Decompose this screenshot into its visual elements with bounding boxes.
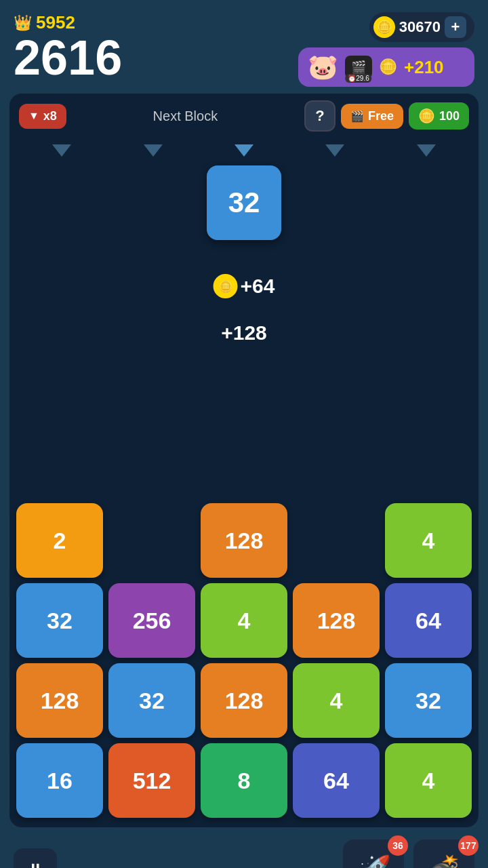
crown-icon: 👑 bbox=[14, 14, 32, 32]
next-block-reveal-button[interactable]: ? bbox=[304, 100, 336, 132]
cost-coin-icon: 🪙 bbox=[418, 108, 435, 124]
skip-button[interactable]: ▼ x8 bbox=[19, 104, 66, 129]
cost-label: 100 bbox=[439, 109, 460, 123]
coin-count: 30670 bbox=[399, 18, 441, 36]
falling-block-container: 32 🪙 +64 +128 bbox=[16, 165, 472, 423]
arrow-down-1 bbox=[144, 144, 163, 157]
block-r3-c3[interactable]: 4 bbox=[293, 663, 380, 738]
block-r4-c2[interactable]: 8 bbox=[201, 743, 287, 818]
main-score-value: 2616 bbox=[14, 33, 122, 82]
block-r3-c1[interactable]: 32 bbox=[108, 663, 195, 738]
coin-popup-value: +64 bbox=[241, 275, 275, 298]
free-video-button[interactable]: 🎬 Free bbox=[341, 104, 403, 129]
block-r1-c3[interactable] bbox=[293, 503, 380, 578]
block-r4-c0[interactable]: 16 bbox=[16, 743, 103, 818]
rocket-powerup-button[interactable]: 🚀 36 bbox=[343, 840, 404, 868]
block-r0-c3[interactable] bbox=[293, 423, 380, 498]
block-r4-c4[interactable]: 4 bbox=[385, 743, 472, 818]
coin-icon: 🪙 bbox=[373, 16, 395, 38]
bonus-bar: 🐷 🎬 ⏰29.6 🪙 +210 bbox=[298, 47, 474, 87]
rocket-badge: 36 bbox=[388, 835, 408, 856]
rocket-icon: 🚀 bbox=[356, 854, 391, 869]
free-label: Free bbox=[368, 109, 394, 123]
coins-section: 🪙 30670 + 🐷 🎬 ⏰29.6 🪙 +210 bbox=[298, 12, 474, 87]
arrow-down-3 bbox=[325, 144, 344, 157]
block-r2-c1[interactable]: 256 bbox=[108, 583, 195, 658]
block-r3-c0[interactable]: 128 bbox=[16, 663, 103, 738]
arrow-down-0 bbox=[52, 144, 71, 157]
timer-badge: ⏰29.6 bbox=[345, 74, 371, 83]
power-ups: 🚀 36 💣 177 bbox=[343, 840, 474, 868]
bonus-amount: +210 bbox=[404, 57, 444, 78]
drop-arrows bbox=[16, 138, 472, 163]
coin-bar: 🪙 30670 + bbox=[369, 12, 474, 42]
arrow-down-2 bbox=[235, 144, 253, 157]
block-r2-c4[interactable]: 64 bbox=[385, 583, 472, 658]
bottom-bar: ⏸ 🚀 36 💣 177 bbox=[0, 827, 488, 868]
score-popup: +128 bbox=[221, 321, 267, 344]
top-bar: 👑 5952 2616 🪙 30670 + 🐷 🎬 ⏰29.6 🪙 +210 bbox=[0, 0, 488, 94]
bonus-coin-icon: 🪙 bbox=[379, 58, 397, 76]
block-r1-c1[interactable] bbox=[108, 503, 195, 578]
toolbar: ▼ x8 Next Block ? 🎬 Free 🪙 100 bbox=[16, 100, 472, 132]
bomb-icon: 💣 bbox=[426, 854, 462, 869]
drop-arrow-col-0[interactable] bbox=[16, 138, 107, 163]
falling-block-value: 32 bbox=[228, 186, 260, 219]
columns-area: 32 🪙 +64 +128 21284322564128641283212843… bbox=[16, 138, 472, 818]
drop-arrow-col-4[interactable] bbox=[381, 138, 472, 163]
block-r4-c1[interactable]: 512 bbox=[108, 743, 195, 818]
block-r3-c4[interactable]: 32 bbox=[385, 663, 472, 738]
block-r1-c0[interactable]: 2 bbox=[16, 503, 103, 578]
bomb-powerup-button[interactable]: 💣 177 bbox=[413, 840, 474, 868]
block-r0-c2[interactable] bbox=[201, 423, 287, 498]
coin-popup: 🪙 +64 bbox=[214, 274, 275, 298]
drop-arrow-col-1[interactable] bbox=[107, 138, 198, 163]
coin-popup-icon: 🪙 bbox=[214, 274, 238, 298]
block-r2-c3[interactable]: 128 bbox=[293, 583, 380, 658]
block-r2-c0[interactable]: 32 bbox=[16, 583, 103, 658]
next-block-label: Next Block bbox=[72, 108, 299, 124]
drop-arrow-col-2[interactable] bbox=[199, 138, 289, 163]
skip-count: x8 bbox=[43, 109, 57, 123]
block-r1-c4[interactable]: 4 bbox=[385, 503, 472, 578]
block-r0-c0[interactable] bbox=[16, 423, 103, 498]
block-r0-c1[interactable] bbox=[108, 423, 195, 498]
falling-block: 32 bbox=[207, 165, 281, 240]
game-area: ▼ x8 Next Block ? 🎬 Free 🪙 100 32 bbox=[9, 94, 479, 827]
score-popup-value: +128 bbox=[221, 321, 267, 344]
add-coins-button[interactable]: + bbox=[445, 16, 466, 38]
block-grid: 212843225641286412832128432165128644 bbox=[16, 423, 472, 818]
block-r1-c2[interactable]: 128 bbox=[201, 503, 287, 578]
cost-button[interactable]: 🪙 100 bbox=[409, 102, 469, 130]
skip-icon: ▼ bbox=[28, 110, 39, 122]
pause-button[interactable]: ⏸ bbox=[14, 848, 57, 868]
block-r2-c2[interactable]: 4 bbox=[201, 583, 287, 658]
video-icon: 🎬 ⏰29.6 bbox=[345, 56, 372, 79]
arrow-down-4 bbox=[417, 144, 436, 157]
pause-icon: ⏸ bbox=[26, 859, 45, 869]
pig-icon: 🐷 bbox=[308, 53, 338, 81]
drop-arrow-col-3[interactable] bbox=[289, 138, 380, 163]
block-r4-c3[interactable]: 64 bbox=[293, 743, 380, 818]
block-r3-c2[interactable]: 128 bbox=[201, 663, 287, 738]
bomb-badge: 177 bbox=[458, 835, 479, 856]
block-r0-c4[interactable] bbox=[385, 423, 472, 498]
free-video-icon: 🎬 bbox=[350, 110, 364, 123]
score-section: 👑 5952 2616 bbox=[14, 12, 122, 82]
